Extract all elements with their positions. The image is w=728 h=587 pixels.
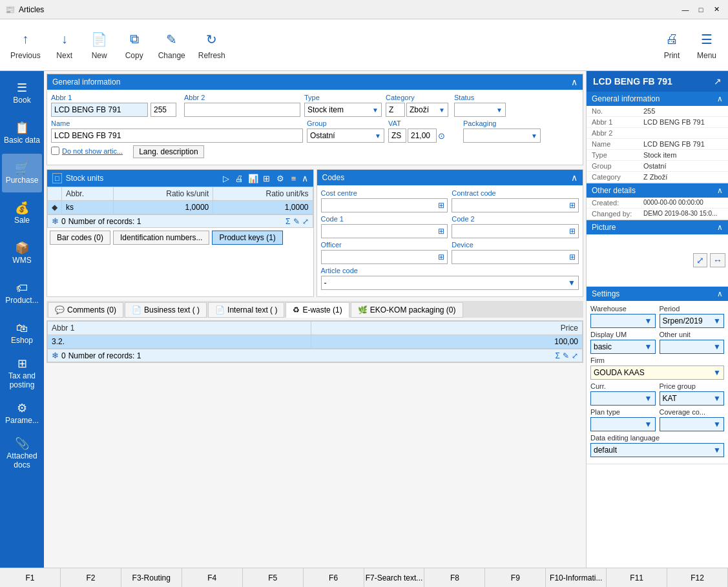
play-icon[interactable]: ▷ xyxy=(220,172,232,184)
print-small-icon[interactable]: 🖨 xyxy=(234,172,245,184)
tab-business-text[interactable]: 📄 Business text ( ) xyxy=(125,302,207,318)
code2-dropdown[interactable]: ⊞ xyxy=(452,224,579,238)
stock-collapse[interactable]: ∧ xyxy=(302,173,308,183)
rp-no-value: 255 xyxy=(643,107,655,115)
vat-icon[interactable]: ⊙ xyxy=(438,131,445,141)
period-dropdown[interactable]: Srpen/2019 ▼ xyxy=(660,314,725,328)
sidebar-item-wms[interactable]: 📦 WMS xyxy=(2,234,42,273)
sidebar-item-tax[interactable]: ⊞ Tax and posting xyxy=(2,354,42,393)
open-new-icon[interactable]: ↗ xyxy=(714,76,722,87)
name-input[interactable] xyxy=(51,129,303,143)
chart-icon[interactable]: 📊 xyxy=(247,172,259,184)
gear-small-icon[interactable]: ⚙ xyxy=(275,172,286,184)
rp-general-collapse[interactable]: ∧ xyxy=(717,94,723,103)
abbr2-input[interactable] xyxy=(184,103,300,117)
f6-key[interactable]: F6 xyxy=(304,568,364,587)
sum-icon[interactable]: Σ xyxy=(286,217,290,226)
contract-code-dropdown[interactable]: ⊞ xyxy=(452,198,579,212)
f10-key[interactable]: F10-Informati... xyxy=(546,568,607,587)
category-dropdown[interactable]: Zboží ▼ xyxy=(406,103,448,117)
codes-collapse[interactable]: ∧ xyxy=(571,172,577,183)
sidebar-item-product[interactable]: 🏷 Product... xyxy=(2,274,42,313)
general-info-collapse[interactable]: ∧ xyxy=(571,77,577,87)
packaging-dropdown[interactable]: ▼ xyxy=(463,129,541,143)
curr-dropdown[interactable]: ▼ xyxy=(590,391,656,406)
menu-button[interactable]: ☰ Menu xyxy=(691,23,723,68)
bottom-sum-icon[interactable]: Σ xyxy=(556,351,560,360)
display-um-dropdown[interactable]: basic ▼ xyxy=(590,340,656,354)
cost-centre-dropdown[interactable]: ⊞ xyxy=(321,198,448,212)
status-dropdown[interactable]: ▼ xyxy=(454,103,506,117)
tab-comments[interactable]: 💬 Comments (0) xyxy=(48,302,123,318)
bottom-export-icon[interactable]: ⤢ xyxy=(572,351,578,360)
tab-eko-kom[interactable]: 🌿 EKO-KOM packaging (0) xyxy=(351,302,463,318)
previous-button[interactable]: ↑ Previous xyxy=(5,23,46,68)
sidebar-item-basic-data[interactable]: 📋 Basic data xyxy=(2,114,42,152)
list-icon[interactable]: ⊞ xyxy=(261,172,273,184)
device-dropdown[interactable]: ⊞ xyxy=(452,250,579,264)
refresh-button[interactable]: ↻ Refresh xyxy=(193,23,231,68)
next-button[interactable]: ↓ Next xyxy=(48,23,81,68)
type-dropdown[interactable]: Stock item ▼ xyxy=(304,103,382,117)
minimize-button[interactable]: — xyxy=(679,3,692,16)
sidebar-item-purchase[interactable]: 🛒 Purchase xyxy=(2,154,42,192)
edit-icon[interactable]: ✎ xyxy=(293,217,300,226)
product-icon: 🏷 xyxy=(16,282,28,294)
f2-key[interactable]: F2 xyxy=(61,568,121,587)
do-not-show-checkbox[interactable] xyxy=(51,147,59,155)
warehouse-dropdown[interactable]: ▼ xyxy=(590,314,656,328)
firm-dropdown[interactable]: GOUDA KAAS ▼ xyxy=(590,366,724,380)
rp-other-collapse[interactable]: ∧ xyxy=(717,186,723,195)
new-button[interactable]: 📄 New xyxy=(83,23,116,68)
f4-key[interactable]: F4 xyxy=(182,568,243,587)
abbr1-num-input[interactable] xyxy=(151,103,176,117)
maximize-button[interactable]: □ xyxy=(694,3,707,16)
copy-button[interactable]: ⧉ Copy xyxy=(118,23,151,68)
f7-key[interactable]: F7-Search text... xyxy=(364,568,425,587)
abbr1-input[interactable] xyxy=(51,103,148,117)
other-unit-dropdown[interactable]: ▼ xyxy=(660,340,725,354)
f11-key[interactable]: F11 xyxy=(607,568,667,587)
bottom-edit-icon[interactable]: ✎ xyxy=(563,351,569,360)
article-code-dropdown[interactable]: - ▼ xyxy=(321,276,579,290)
product-keys-button[interactable]: Product keys (1) xyxy=(212,231,282,245)
category-input[interactable] xyxy=(386,103,405,117)
change-button[interactable]: ✎ Change xyxy=(153,23,191,68)
code1-dropdown[interactable]: ⊞ xyxy=(321,224,448,238)
sidebar-item-sale[interactable]: 💰 Sale xyxy=(2,194,42,232)
do-not-show-link[interactable]: Do not show artic... xyxy=(62,147,123,155)
rp-settings-collapse[interactable]: ∧ xyxy=(717,289,723,298)
table-row[interactable]: ◆ ks 1,0000 1,0000 xyxy=(48,201,313,214)
tab-e-waste[interactable]: ♻ E-waste (1) xyxy=(286,302,349,318)
vat-num-input[interactable] xyxy=(408,129,437,143)
expand-pic-button[interactable]: ⤢ xyxy=(693,253,707,267)
data-edit-lang-dropdown[interactable]: default ▼ xyxy=(590,443,724,457)
rp-picture-collapse[interactable]: ∧ xyxy=(717,223,723,232)
identification-button[interactable]: Identification numbers... xyxy=(113,231,209,245)
sidebar-item-book[interactable]: ☰ Book xyxy=(2,74,42,112)
plan-type-dropdown[interactable]: ▼ xyxy=(590,417,656,431)
group-dropdown[interactable]: Ostatní ▼ xyxy=(307,129,384,143)
lines-icon[interactable]: ≡ xyxy=(288,172,300,184)
export-icon[interactable]: ⤢ xyxy=(302,217,309,226)
sidebar-item-eshop[interactable]: 🛍 Eshop xyxy=(2,314,42,353)
f3-key[interactable]: F3-Routing xyxy=(121,568,182,587)
fit-pic-button[interactable]: ↔ xyxy=(710,253,725,267)
sidebar-item-parame[interactable]: ⚙ Parame... xyxy=(2,394,42,433)
f8-key[interactable]: F8 xyxy=(424,568,485,587)
print-button[interactable]: 🖨 Print xyxy=(656,23,688,68)
lang-description-button[interactable]: Lang. description xyxy=(133,145,203,158)
officer-dropdown[interactable]: ⊞ xyxy=(321,250,448,264)
f12-key[interactable]: F12 xyxy=(667,568,728,587)
close-button[interactable]: ✕ xyxy=(710,3,723,16)
price-group-dropdown[interactable]: KAT ▼ xyxy=(660,391,725,406)
sidebar-item-attached[interactable]: 📎 Attached docs xyxy=(2,434,42,473)
f5-key[interactable]: F5 xyxy=(243,568,304,587)
tab-internal-text[interactable]: 📄 Internal text ( ) xyxy=(208,302,284,318)
vat-code-input[interactable] xyxy=(388,129,406,143)
f9-key[interactable]: F9 xyxy=(485,568,546,587)
coverage-dropdown[interactable]: ▼ xyxy=(660,417,725,431)
table-row[interactable]: 3.2. 100,00 xyxy=(48,335,583,349)
f1-key[interactable]: F1 xyxy=(0,568,61,587)
bar-codes-button[interactable]: Bar codes (0) xyxy=(50,231,110,245)
